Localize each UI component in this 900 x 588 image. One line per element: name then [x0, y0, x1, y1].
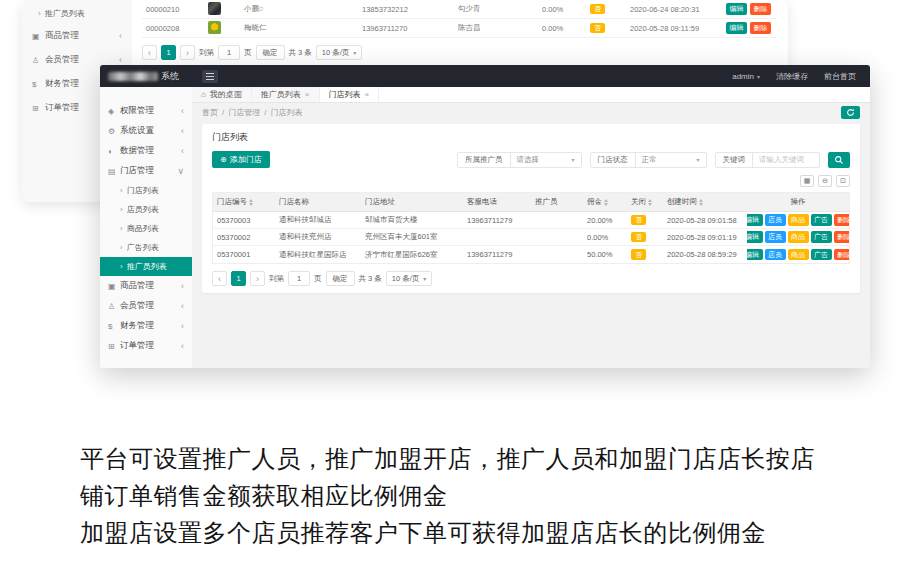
column-header[interactable]: 佣金	[583, 193, 627, 211]
column-header[interactable]: 操作	[747, 193, 849, 211]
row-action-button[interactable]: 删除	[834, 249, 850, 261]
refresh-button[interactable]	[841, 106, 860, 119]
sidebar-item[interactable]: › 门店列表	[100, 181, 192, 200]
cell-phone: 13963711270	[358, 24, 454, 33]
main-window: 系统 admin ▾ 清除缓存 前台首页 ◈ 权限管理 ‹	[100, 65, 870, 368]
page-number-input[interactable]	[218, 45, 240, 60]
cell-store-name: 通和科技红星国际店	[275, 250, 361, 260]
sidebar-item[interactable]: ◐ 数据管理 ‹	[100, 141, 192, 161]
column-header[interactable]: 创建时间	[663, 193, 747, 211]
column-label: 佣金	[587, 197, 602, 207]
sidebar-item[interactable]: › 推广员列表	[100, 257, 192, 276]
page-caption: 平台可设置推广人员，推广加盟开店，推广人员和加盟门店店长按店铺订单销售金额获取相…	[80, 440, 815, 551]
sidebar-item[interactable]: ▣ 商品管理 ‹	[22, 24, 132, 48]
sidebar-item[interactable]: $ 财务管理 ‹	[100, 316, 192, 336]
filter-select[interactable]: 正常 ▾	[636, 153, 706, 167]
row-action-button[interactable]: 店员	[765, 249, 786, 261]
table-toolbar-icon[interactable]: ⊖	[818, 175, 832, 187]
goto-label: 到第	[199, 48, 214, 58]
filter-select[interactable]: 请选择 ▾	[511, 153, 581, 167]
sidebar-item[interactable]: ◈ 权限管理 ‹	[100, 101, 192, 121]
cell-actions: 编辑删除	[722, 22, 776, 34]
next-page-button[interactable]: ›	[250, 271, 265, 286]
row-action-button[interactable]: 商品	[788, 249, 809, 261]
sidebar-item-label: 订单管理	[120, 340, 154, 352]
add-store-button[interactable]: ⊕ 添加门店	[212, 151, 270, 168]
filter-bar: 所属推广员 请选择 ▾ 门店状态 正常	[457, 152, 820, 168]
row-action-button[interactable]: 编辑	[747, 249, 763, 261]
row-action-button[interactable]: 删除	[834, 231, 850, 243]
clear-cache-link[interactable]: 清除缓存	[776, 71, 808, 82]
sort-icon[interactable]	[699, 199, 703, 206]
row-action-button[interactable]: 广告	[811, 249, 832, 261]
sidebar-item[interactable]: ⊞ 订单管理 ‹	[100, 336, 192, 356]
next-page-button[interactable]: ›	[180, 45, 195, 60]
admin-menu[interactable]: admin ▾	[732, 72, 760, 81]
page-number-input[interactable]	[288, 271, 310, 286]
current-page-button[interactable]: 1	[231, 271, 246, 286]
hamburger-menu-icon[interactable]	[202, 70, 218, 83]
breadcrumb-item[interactable]: 门店列表	[270, 107, 302, 118]
per-page-select[interactable]: 10 条/页 ▾	[386, 271, 433, 286]
tab[interactable]: 门店列表 ×	[320, 87, 380, 102]
menu-icon: $	[32, 80, 45, 89]
column-label: 操作	[791, 197, 806, 207]
row-action-button[interactable]: 删除	[750, 22, 771, 34]
home-icon: ⌂	[201, 90, 206, 99]
sidebar-item[interactable]: ⚙ 系统设置 ‹	[100, 121, 192, 141]
menu-icon: ◈	[108, 107, 120, 116]
row-action-button[interactable]: 编辑	[726, 3, 747, 15]
column-header[interactable]: 门店地址	[361, 193, 463, 211]
store-list-card: 门店列表 ⊕ 添加门店 所属推广员 请选择 ▾	[202, 124, 860, 293]
column-header[interactable]: 关闭	[627, 193, 663, 211]
row-action-button[interactable]: 商品	[788, 231, 809, 243]
row-action-button[interactable]: 编辑	[747, 214, 763, 226]
sidebar-item[interactable]: › 店员列表	[100, 200, 192, 219]
prev-page-button[interactable]: ‹	[212, 271, 227, 286]
sidebar-item[interactable]: ▣ 商品管理 ‹	[100, 276, 192, 296]
row-action-button[interactable]: 删除	[750, 3, 771, 15]
row-action-button[interactable]: 广告	[811, 214, 832, 226]
confirm-button[interactable]: 确定	[326, 271, 355, 286]
table-row: 00000208 梅晓仁 13963711270 陈吉昌 0.00% 否 202…	[142, 19, 776, 38]
row-action-button[interactable]: 编辑	[726, 22, 747, 34]
cell-promoter-id: 00000208	[142, 24, 204, 33]
prev-page-button[interactable]: ‹	[142, 45, 157, 60]
row-action-button[interactable]: 广告	[811, 231, 832, 243]
sidebar-item[interactable]: ▤ 门店管理 ∨	[100, 161, 192, 181]
row-action-button[interactable]: 删除	[834, 214, 850, 226]
brand-logo: 系统	[100, 70, 192, 83]
front-page-link[interactable]: 前台首页	[824, 71, 856, 82]
row-action-button[interactable]: 编辑	[747, 231, 763, 243]
tab[interactable]: ⌂ 我的桌面	[192, 87, 252, 102]
search-button[interactable]	[828, 152, 850, 168]
column-header[interactable]: 推广员	[531, 193, 583, 211]
sort-icon[interactable]	[249, 199, 253, 206]
sidebar-item[interactable]: › 商品列表	[100, 219, 192, 238]
row-action-button[interactable]: 店员	[765, 214, 786, 226]
row-action-button[interactable]: 商品	[788, 214, 809, 226]
row-action-button[interactable]: 店员	[765, 231, 786, 243]
chevron-icon: ‹	[181, 321, 184, 331]
tab[interactable]: 推广员列表 ×	[252, 87, 320, 102]
breadcrumb-item[interactable]: 门店管理	[228, 107, 260, 118]
sidebar-item-label: 会员管理	[120, 300, 154, 312]
keyword-input[interactable]	[753, 153, 819, 167]
confirm-button[interactable]: 确定	[256, 45, 285, 60]
sidebar-item[interactable]: ♙ 会员管理 ‹	[100, 296, 192, 316]
breadcrumb-item[interactable]: 首页	[202, 107, 218, 118]
table-toolbar-icon[interactable]: ⊡	[836, 175, 850, 187]
per-page-select[interactable]: 10 条/页 ▾	[316, 45, 363, 60]
table-toolbar-icon[interactable]: ▦	[800, 175, 814, 187]
column-header[interactable]: 门店编号	[213, 193, 275, 211]
column-header[interactable]: 门店名称	[275, 193, 361, 211]
sidebar-item[interactable]: › 推广员列表	[22, 2, 132, 24]
sort-icon[interactable]	[604, 199, 608, 206]
sort-icon[interactable]	[648, 199, 652, 206]
current-page-button[interactable]: 1	[161, 45, 176, 60]
close-icon[interactable]: ×	[365, 90, 370, 99]
sidebar-item[interactable]: › 广告列表	[100, 238, 192, 257]
column-header[interactable]: 客服电话	[463, 193, 531, 211]
close-icon[interactable]: ×	[305, 90, 310, 99]
tab-label: 我的桌面	[210, 89, 242, 100]
